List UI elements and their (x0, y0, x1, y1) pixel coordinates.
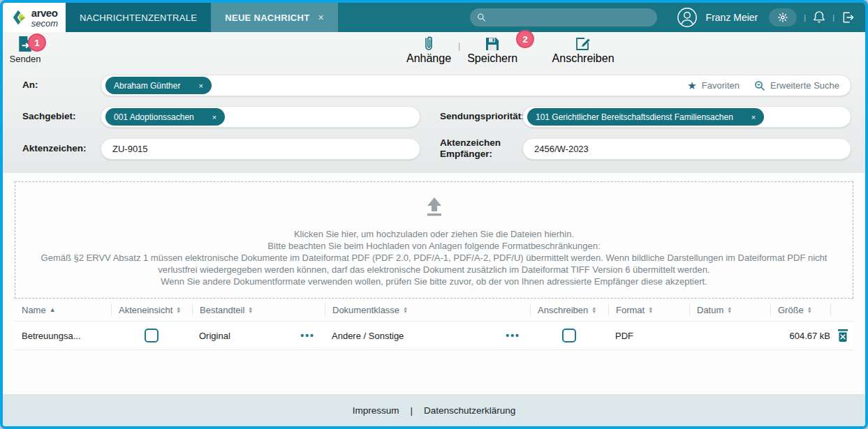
attachments-button[interactable]: Anhänge (406, 36, 451, 65)
file-dropzone[interactable]: Klicken Sie hier, um hochzuladen oder zi… (15, 181, 853, 299)
send-label: Senden (10, 54, 41, 64)
to-field-actions: ★ Favoriten Erweiterte Suche (687, 80, 846, 92)
recipient-chip-label: Abraham Günther (114, 81, 180, 91)
logout-icon[interactable] (841, 10, 855, 24)
attachments-panel: Klicken Sie hier, um hochzuladen oder zi… (3, 173, 865, 394)
notifications-bell-icon[interactable] (813, 10, 825, 24)
chip-close-icon[interactable]: × (212, 113, 216, 121)
footer-separator: | (410, 405, 413, 416)
sort-icon: ▲▼ (403, 306, 408, 313)
advanced-search-link[interactable]: Erweiterte Suche (770, 80, 839, 91)
subject-label: Sachgebiet: (22, 111, 101, 122)
priority-label: Sendungspriorität: (440, 111, 522, 122)
attachments-label: Anhänge (406, 52, 451, 65)
cell-akteneinsicht (111, 329, 192, 343)
search-input[interactable] (490, 13, 650, 23)
sort-icon: ▲▼ (591, 306, 596, 313)
sort-icon: ▲▼ (648, 306, 653, 313)
anschreiben-checkbox[interactable] (562, 329, 576, 343)
trash-icon (837, 329, 848, 342)
subject-chip[interactable]: 001 Adoptionssachen × (105, 108, 225, 126)
chip-close-icon[interactable]: × (198, 82, 203, 90)
form-row-recipient: An: Abraham Günther × ★ Favoriten (3, 70, 865, 101)
topbar-separator: | (804, 13, 806, 22)
imprint-link[interactable]: Impressum (353, 405, 399, 416)
column-header-actions (830, 303, 855, 316)
privacy-link[interactable]: Datenschutzerklärung (424, 405, 515, 416)
favorites-link[interactable]: Favoriten (702, 80, 740, 91)
cover-letter-button[interactable]: Anschreiben (552, 36, 615, 65)
tab-close-icon[interactable]: × (318, 12, 323, 23)
bestandteil-value: Original (199, 331, 230, 341)
column-header-dokumentklasse[interactable]: Dokumentklasse ▲▼ (325, 303, 530, 316)
table-header-row: Name ▲ Akteneinsicht ▲▼ Bestandteil ▲▼ D… (15, 299, 853, 321)
sort-asc-icon: ▲ (50, 306, 56, 313)
user-avatar-icon[interactable] (677, 7, 698, 28)
bestandteil-menu-icon[interactable]: ••• (300, 330, 315, 341)
dokumentklasse-value: Andere / Sonstige (332, 331, 404, 341)
recipient-reference-field (522, 138, 851, 160)
akteneinsicht-checkbox[interactable] (145, 329, 159, 343)
priority-chip[interactable]: 101 Gerichtlicher Bereitschaftsdienst Fa… (527, 108, 764, 126)
app-logo: arveo secom (3, 3, 66, 32)
save-step-badge: 2 (516, 30, 534, 48)
column-header-anschreiben[interactable]: Anschreiben ▲▼ (530, 303, 608, 316)
cell-name: Betreuungsa... (15, 331, 111, 341)
footer: Impressum | Datenschutzerklärung (3, 394, 865, 426)
cell-groesse: 604.67 kB (770, 331, 830, 341)
settings-button[interactable] (769, 8, 797, 27)
delete-row-button[interactable] (830, 329, 855, 342)
toolbar-separator: | (458, 41, 460, 51)
tab-nachrichtenzentrale[interactable]: NACHRICHTENZENTRALE (66, 3, 211, 32)
topbar-right: Franz Meier (470, 3, 865, 32)
paperclip-icon (422, 36, 436, 52)
topbar: arveo secom NACHRICHTENZENTRALE NEUE NAC… (3, 3, 865, 32)
message-form: An: Abraham Günther × ★ Favoriten (3, 67, 865, 173)
column-header-akteneinsicht[interactable]: Akteneinsicht ▲▼ (111, 303, 192, 316)
column-header-format[interactable]: Format ▲▼ (608, 303, 689, 316)
sort-icon: ▲▼ (807, 306, 812, 313)
priority-field[interactable]: 101 Gerichtlicher Bereitschaftsdienst Fa… (522, 106, 851, 128)
cover-letter-icon (575, 36, 591, 52)
cell-anschreiben (530, 329, 608, 343)
recipient-reference-label: Aktenzeichen Empfänger: (440, 137, 522, 160)
dropzone-line2: Bitte beachten Sie beim Hochladen von An… (36, 240, 832, 252)
save-floppy-icon (485, 36, 500, 52)
send-step-badge: 1 (28, 33, 46, 52)
priority-chip-label: 101 Gerichtlicher Bereitschaftsdienst Fa… (536, 112, 733, 122)
subject-field[interactable]: 001 Adoptionssachen × (101, 106, 420, 128)
sort-icon: ▲▼ (727, 306, 732, 313)
search-icon (477, 13, 486, 22)
column-header-datum[interactable]: Datum ▲▼ (689, 303, 770, 316)
save-button[interactable]: Speichern 2 (467, 36, 517, 65)
attachments-table: Name ▲ Akteneinsicht ▲▼ Bestandteil ▲▼ D… (15, 299, 853, 350)
recipient-chip[interactable]: Abraham Günther × (105, 77, 212, 94)
favorites-star-icon[interactable]: ★ (687, 80, 696, 92)
gear-icon (777, 12, 788, 23)
dokumentklasse-menu-icon[interactable]: ••• (506, 330, 520, 341)
chip-close-icon[interactable]: × (751, 113, 756, 121)
dropzone-line4: Wenn Sie andere Dokumentformate verwende… (36, 276, 832, 287)
subject-chip-label: 001 Adoptionssachen (114, 112, 194, 122)
global-search[interactable] (470, 8, 657, 27)
tab-label: NEUE NACHRICHT (225, 13, 309, 23)
column-header-bestandteil[interactable]: Bestandteil ▲▼ (192, 303, 325, 316)
advanced-search-icon[interactable] (754, 80, 765, 91)
to-field[interactable]: Abraham Günther × ★ Favoriten Erweiterte… (101, 75, 851, 96)
username: Franz Meier (706, 12, 758, 23)
app-logo-text: arveo secom (31, 8, 58, 28)
upload-icon (422, 197, 446, 218)
dropzone-line1: Klicken Sie hier, um hochzuladen oder zi… (36, 228, 832, 240)
table-row[interactable]: Betreuungsa... Original ••• Andere / Son… (15, 321, 853, 350)
save-label: Speichern (467, 52, 517, 65)
send-button[interactable]: Senden 1 (3, 36, 47, 64)
recipient-reference-input[interactable] (534, 144, 846, 154)
column-header-groesse[interactable]: Größe ▲▼ (770, 303, 830, 316)
cell-bestandteil: Original ••• (192, 330, 325, 341)
app-window: arveo secom NACHRICHTENZENTRALE NEUE NAC… (0, 0, 868, 429)
tab-neue-nachricht[interactable]: NEUE NACHRICHT × (211, 3, 338, 32)
arveo-logo-icon (10, 8, 29, 27)
file-reference-input[interactable] (112, 144, 415, 154)
column-header-name[interactable]: Name ▲ (15, 303, 111, 316)
upper-section: Senden 1 Anhänge | (3, 32, 865, 173)
